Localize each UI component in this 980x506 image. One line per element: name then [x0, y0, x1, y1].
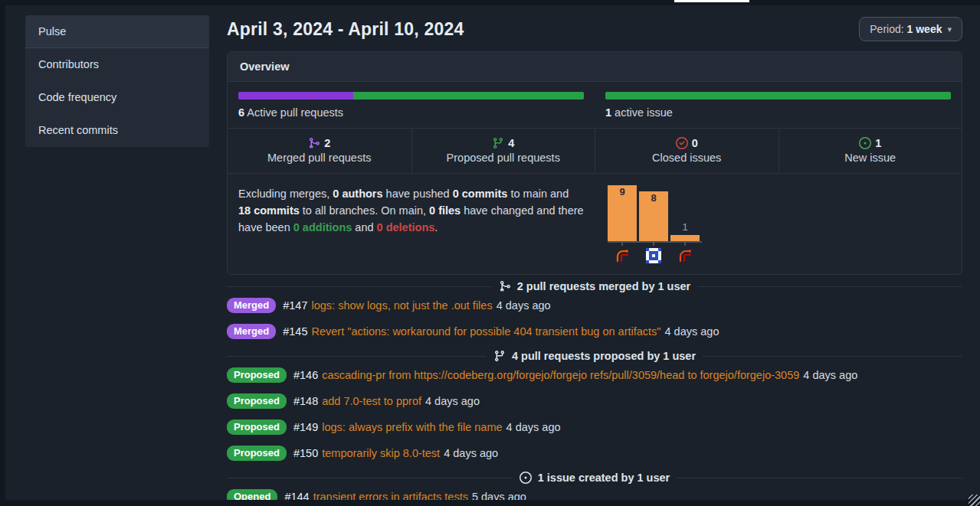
active-tab-underline [674, 0, 749, 2]
axis-tick [608, 243, 637, 246]
timestamp: 4 days ago [497, 299, 551, 312]
timestamp: 5 days ago [472, 491, 526, 500]
period-label: Period: [870, 23, 903, 35]
stat-new-issue: 1New issue [778, 129, 962, 173]
stat-label: New issue [785, 152, 956, 164]
overview-panel-title: Overview [228, 52, 962, 82]
window-frame-bottom [0, 500, 980, 506]
section-header-4-pull-requests-proposed-by-1-user: 4 pull requests proposed by 1 user [227, 350, 962, 362]
progress-row: 6 Active pull requests 1 active issue [228, 82, 962, 128]
pull-requests-progress: 6 Active pull requests [228, 82, 595, 128]
status-badge: Opened [227, 489, 277, 500]
timestamp: 4 days ago [803, 369, 857, 381]
contributor-chart: 981 [595, 174, 962, 274]
item-number: #149 [293, 421, 318, 433]
item-title-link[interactable]: temporarily skip 8.0-test [322, 447, 440, 459]
sidebar-item-recent-commits[interactable]: Recent commits [25, 114, 209, 147]
activity-sidebar: PulseContributorsCode frequencyRecent co… [25, 15, 209, 147]
feed-row-148: Proposed#148add 7.0-test to pprof4 days … [227, 393, 962, 409]
stat-count: 4 [508, 137, 514, 149]
item-number: #144 [284, 491, 309, 500]
timestamp: 4 days ago [665, 325, 719, 338]
bar-value-label: 8 [639, 192, 668, 204]
timestamp: 4 days ago [425, 395, 480, 407]
status-badge: Proposed [227, 393, 287, 409]
stat-label: Closed issues [601, 152, 772, 164]
pull-requests-progress-label: 6 Active pull requests [238, 106, 584, 119]
issues-progress-bar [605, 92, 951, 100]
item-number: #148 [293, 395, 318, 407]
issue-closed-icon [676, 137, 688, 149]
avatar-identicon-user[interactable] [639, 248, 668, 263]
main-column: April 3, 2024 - April 10, 2024 Period: 1… [227, 15, 962, 500]
item-title-link[interactable]: Revert "actions: workaround for possible… [312, 325, 661, 338]
timestamp: 4 days ago [444, 447, 498, 459]
feed-row-144: Opened#144transient errors in artifacts … [227, 489, 962, 500]
section-title: 4 pull requests proposed by 1 user [512, 350, 696, 362]
divider-line [227, 286, 492, 287]
page-content: PulseContributorsCode frequencyRecent co… [5, 5, 980, 500]
page-title: April 3, 2024 - April 10, 2024 [227, 19, 464, 40]
commit-count-bar: 8 [639, 191, 668, 241]
item-number: #146 [293, 369, 318, 381]
overview-panel: Overview 6 Active pull requests 1 active… [227, 51, 962, 275]
sidebar-item-code-frequency[interactable]: Code frequency [25, 81, 209, 114]
contributor-avatars [608, 248, 962, 263]
commit-count-bar: 1 [670, 235, 700, 241]
avatar-forgejo-bot[interactable] [608, 248, 637, 263]
item-title-link[interactable]: add 7.0-test to pprof [322, 395, 421, 407]
window-resize-grip[interactable] [969, 495, 980, 506]
chart-axis-ticks [608, 243, 962, 246]
main-header: April 3, 2024 - April 10, 2024 Period: 1… [227, 15, 962, 44]
bar-value-label: 9 [608, 186, 637, 198]
timestamp: 4 days ago [506, 421, 561, 433]
section-header-2-pull-requests-merged-by-1-user: 2 pull requests merged by 1 user [227, 280, 962, 292]
item-title-link[interactable]: cascading-pr from https://codeberg.org/f… [322, 369, 799, 381]
feed-row-145: Merged#145Revert "actions: workaround fo… [227, 324, 962, 339]
feed-row-147: Merged#147logs: show logs, not just the … [227, 298, 962, 313]
stat-count: 0 [692, 137, 698, 149]
pull-requests-progress-bar [238, 92, 584, 100]
divider-line [677, 478, 962, 478]
git-merge-icon [308, 137, 320, 149]
stat-proposed-pull-requests: 4Proposed pull requests [411, 129, 595, 173]
stat-count: 1 [875, 137, 881, 149]
section-title: 2 pull requests merged by 1 user [517, 280, 690, 292]
period-value: 1 week [907, 23, 942, 35]
sidebar-item-contributors[interactable]: Contributors [25, 48, 209, 81]
git-merge-icon [499, 280, 511, 292]
avatar-forgejo-user[interactable] [670, 248, 700, 263]
item-title-link[interactable]: transient errors in artifacts tests [313, 491, 468, 500]
stat-label: Merged pull requests [234, 152, 405, 164]
feed-row-149: Proposed#149logs: always prefix with the… [227, 419, 962, 435]
git-branch-icon [492, 137, 504, 149]
item-title-link[interactable]: logs: show logs, not just the .out files [312, 299, 493, 312]
sidebar-item-pulse[interactable]: Pulse [25, 15, 209, 48]
section-title: 1 issue created by 1 user [538, 472, 670, 484]
feed-row-146: Proposed#146cascading-pr from https://co… [227, 367, 962, 383]
item-title-link[interactable]: logs: always prefix with the file name [322, 421, 502, 433]
divider-line [703, 356, 962, 357]
status-badge: Merged [227, 324, 276, 339]
period-dropdown-button[interactable]: Period: 1 week ▾ [859, 17, 962, 41]
feed-row-150: Proposed#150temporarily skip 8.0-test4 d… [227, 446, 962, 461]
section-header-1-issue-created-by-1-user: 1 issue created by 1 user [227, 472, 962, 484]
item-number: #150 [293, 447, 318, 459]
stat-merged-pull-requests: 2Merged pull requests [228, 129, 411, 173]
issue-open-icon [519, 472, 532, 484]
issues-progress: 1 active issue [595, 82, 962, 128]
status-badge: Proposed [227, 367, 287, 383]
progress-segment-proposed [353, 92, 584, 100]
status-badge: Merged [227, 298, 276, 313]
status-badge: Proposed [227, 446, 287, 461]
divider-line [697, 286, 962, 287]
stats-row: 2Merged pull requests4Proposed pull requ… [228, 128, 962, 174]
progress-segment-merged [238, 92, 353, 100]
item-number: #145 [283, 325, 307, 338]
commit-summary-text: Excluding merges, 0 authors have pushed … [228, 174, 595, 274]
stat-count: 2 [324, 137, 330, 149]
item-number: #147 [283, 299, 307, 312]
stat-closed-issues: 0Closed issues [595, 129, 778, 173]
axis-tick [639, 243, 668, 246]
divider-line [227, 356, 487, 357]
